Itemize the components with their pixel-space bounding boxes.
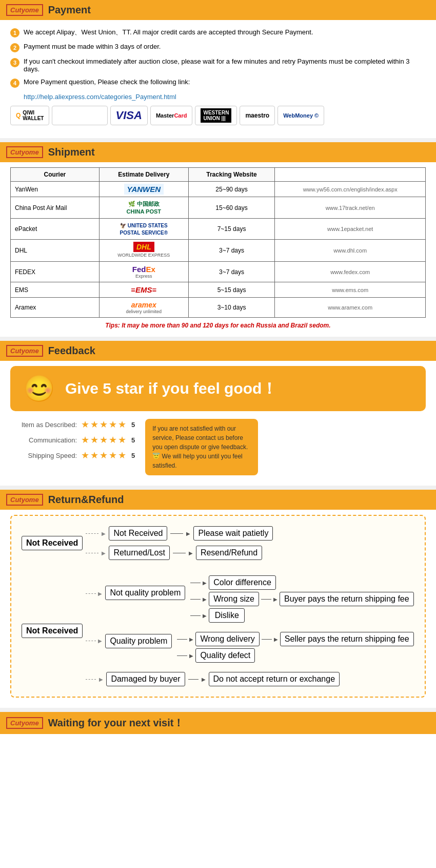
smiley-icon: 😊 (23, 374, 55, 403)
pm-webmoney: WebMoney © (278, 106, 324, 125)
feedback-header: Cutyome Feedback (0, 341, 436, 361)
rating-item-comm: Communication: ★★★★★ 5 (10, 434, 135, 446)
refund-box: Not Received ▶ Not Received ▶ Please wai… (10, 515, 426, 698)
pm-visa: VISA (110, 106, 148, 125)
quality-defect-box: Quality defect (195, 648, 255, 663)
payment-link[interactable]: http://help.aliexpress.com/categories_Pa… (24, 93, 426, 101)
damaged-box: Damaged by buyer (106, 672, 185, 686)
satisfied-box: If you are not satisfied with our servic… (145, 419, 258, 475)
group1-branch1: ▶ Not Received ▶ Please wait patietly (86, 526, 273, 541)
shipment-tips: Tips: It may be more than 90 and 120 day… (10, 322, 426, 329)
payment-header: Cutyome Payment (0, 0, 436, 20)
rating-count-speed: 5 (131, 452, 135, 459)
rating-stars-described: ★★★★★ (81, 419, 127, 430)
wrong-size-box: Wrong size (209, 592, 259, 606)
ship-row-yanwen: YanWen YANWEN 25~90 days www.yw56.com.cn… (11, 182, 426, 197)
not-received-box: Not Received (109, 526, 167, 541)
rating-count-described: 5 (131, 421, 135, 429)
pm-maestro: maestro (240, 106, 275, 125)
ship-row-dhl: DHL DHLWORLDWIDE EXPRESS 3~7 days www.dh… (11, 240, 426, 262)
ratings-table: Item as Described: ★★★★★ 5 Communication… (10, 419, 135, 465)
buyer-pays-box: Buyer pays the return shipping fee (280, 592, 414, 606)
waiting-section: Cutyome Waiting for your next visit！ (0, 712, 436, 734)
feedback-section: Cutyome Feedback 😊 Give 5 star if you fe… (0, 341, 436, 486)
brand-label-wait: Cutyome (6, 717, 43, 729)
shipment-header: Cutyome Shipment (0, 142, 436, 162)
ratings-row: Item as Described: ★★★★★ 5 Communication… (10, 419, 426, 475)
ship-row-ems: EMS ≡EMS≡ 5~15 days www.ems.com (11, 282, 426, 298)
refund-group1: Not Received ▶ Not Received ▶ Please wai… (22, 526, 414, 560)
refund-header: Cutyome Return&Refund (0, 490, 436, 510)
rating-count-comm: 5 (131, 436, 135, 444)
shipment-title: Shipment (48, 146, 95, 158)
ship-row-fedex: FEDEX FedEx Express 3~7 days www.fedex.c… (11, 262, 426, 282)
dislike-box: Dislike (209, 608, 245, 623)
not-quality-branch: ▶ Not quality problem ▶ Color difference (86, 575, 413, 623)
pm-western: WESTERNUNION ||| (195, 106, 237, 125)
brand-label: Cutyome (6, 4, 43, 16)
payment-item-3: 3 If you can't checkout immediately afte… (10, 57, 426, 73)
col-tracking: Tracking Website (188, 168, 275, 182)
group2-main: Not Received (22, 624, 83, 638)
ship-row-chinapost: China Post Air Mail 🌿 中国邮政CHINA POST 15~… (11, 197, 426, 219)
resend-refund-box: Resend/Refund (196, 546, 262, 560)
rating-item-described: Item as Described: ★★★★★ 5 (10, 419, 135, 430)
shipment-table: Courier Estimate Delivery Tracking Websi… (10, 167, 426, 318)
please-wait-box: Please wait patietly (193, 526, 273, 541)
waiting-header: Cutyome Waiting for your next visit！ (0, 712, 436, 734)
quality-problem-box: Quality problem (105, 634, 172, 648)
group1-branch2: ▶ Returned/Lost ▶ Resend/Refund (86, 546, 273, 560)
payment-methods: Q QIWIWALLET BANK TRANSFERINTERNATIONAL … (10, 106, 426, 125)
payment-item-4: 4 More Payment question, Please check th… (10, 78, 426, 88)
no-return-box: Do not accept return or exchange (209, 672, 340, 686)
refund-title: Return&Refund (48, 494, 124, 506)
payment-item-2: 2 Payment must be made within 3 days of … (10, 43, 426, 52)
rating-label-speed: Shipping Speed: (10, 452, 77, 459)
group1-main: Not Received (22, 536, 83, 550)
col-courier: Courier (11, 168, 100, 182)
refund-section: Cutyome Return&Refund Not Received ▶ Not… (0, 490, 436, 708)
not-quality-box: Not quality problem (105, 586, 185, 600)
waiting-title: Waiting for your next visit！ (48, 716, 184, 730)
pm-bank: BANK TRANSFERINTERNATIONAL (52, 106, 107, 125)
damaged-branch: ▶ Damaged by buyer ▶ Do not accept retur… (86, 672, 413, 686)
brand-label-rr: Cutyome (6, 494, 43, 506)
payment-section: Cutyome Payment 1 We accept Alipay、West … (0, 0, 436, 138)
ship-row-aramex: Aramex aramex delivery unlimited 3~10 da… (11, 298, 426, 318)
shipment-section: Cutyome Shipment Courier Estimate Delive… (0, 142, 436, 337)
ship-row-epacket: ePacket 🦅 UNITED STATESPOSTAL SERVICE® 7… (11, 219, 426, 240)
pm-qiwi: Q QIWIWALLET (10, 106, 49, 125)
rating-label-described: Item as Described: (10, 421, 77, 429)
give-star-box: 😊 Give 5 star if you feel good！ (10, 366, 426, 411)
payment-title: Payment (48, 4, 91, 16)
rating-label-comm: Communication: (10, 436, 77, 444)
pm-mastercard: MasterCard (150, 106, 193, 125)
give-star-text: Give 5 star if you feel good！ (65, 378, 277, 399)
refund-group2: Not Received ▶ Not quality problem (22, 575, 414, 686)
brand-label-fb: Cutyome (6, 345, 43, 357)
payment-item-1: 1 We accept Alipay、West Union、TT. All ma… (10, 28, 426, 37)
rating-stars-speed: ★★★★★ (81, 450, 127, 461)
feedback-title: Feedback (48, 345, 95, 357)
quality-branch: ▶ Quality problem ▶ Wrong delivery ▶ Sel… (86, 632, 413, 663)
col-delivery: Estimate Delivery (99, 168, 188, 182)
color-diff-box: Color difference (209, 575, 276, 590)
returned-lost-box: Returned/Lost (109, 546, 170, 560)
wrong-delivery-box: Wrong delivery (195, 632, 259, 646)
rating-item-speed: Shipping Speed: ★★★★★ 5 (10, 450, 135, 461)
rating-stars-comm: ★★★★★ (81, 434, 127, 446)
brand-label-ship: Cutyome (6, 146, 43, 158)
seller-pays-box: Seller pays the return shipping fee (280, 632, 414, 646)
